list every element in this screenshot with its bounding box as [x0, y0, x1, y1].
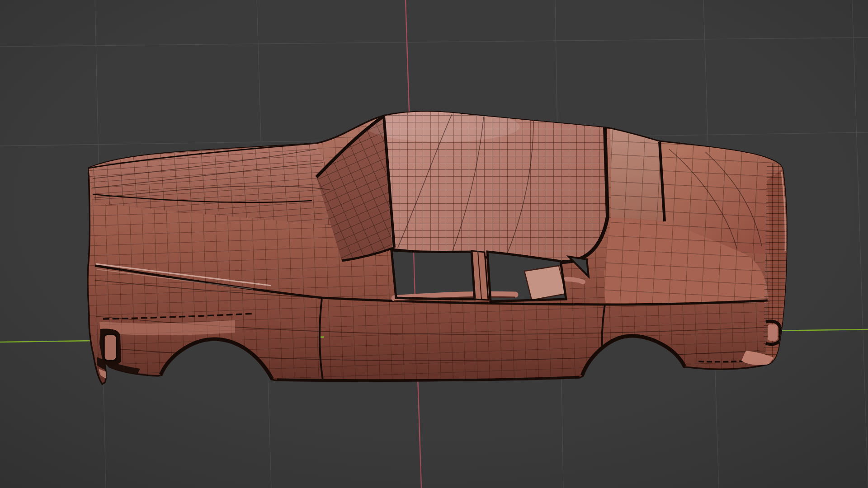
- viewport-canvas: [0, 0, 868, 488]
- 3d-viewport[interactable]: [0, 0, 868, 488]
- vignette-overlay: [0, 0, 868, 488]
